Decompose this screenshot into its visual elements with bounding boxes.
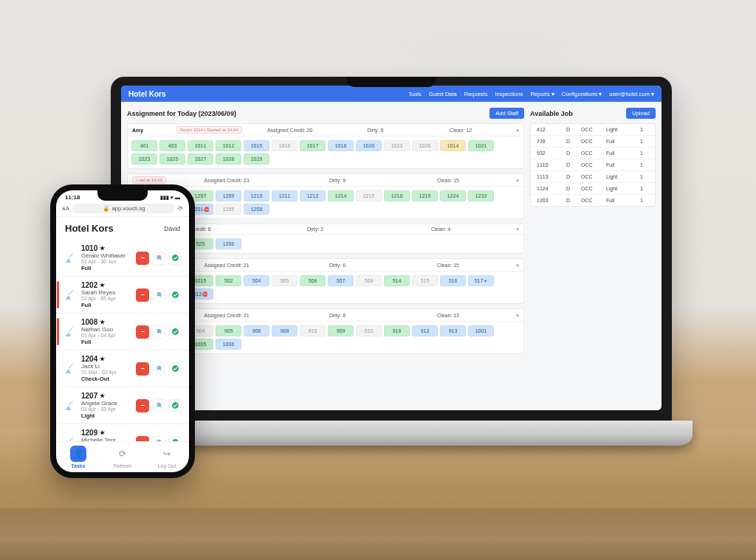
room-chip[interactable]: 1205 (216, 204, 241, 215)
mute-button[interactable] (152, 362, 165, 376)
room-chip[interactable]: 1212 (300, 190, 326, 201)
room-chip[interactable]: 504 (244, 275, 269, 286)
tab-logout[interactable]: ↪ Log Out (145, 442, 189, 472)
room-chip[interactable]: 1219 (412, 190, 438, 201)
room-chip[interactable]: 916 (384, 325, 410, 336)
task-row[interactable]: 1204★ Jack Li 31 Mar - 02 Apr Check-Out (56, 350, 189, 387)
room-chip[interactable]: 502 (216, 275, 241, 286)
room-chip[interactable]: 1027 (188, 153, 213, 165)
mute-button[interactable] (152, 288, 165, 302)
task-row[interactable]: 1209★ Michelle Tent 02 Apr - 03 Apr Touc… (56, 424, 189, 441)
available-job-row[interactable]: 1110 D OCC Full 1 (531, 159, 655, 171)
nav-item[interactable]: Requests (464, 91, 488, 97)
tab-refresh[interactable]: ⟳ Refresh (100, 442, 145, 472)
close-icon[interactable]: × (509, 178, 519, 183)
dnd-button[interactable] (136, 325, 149, 339)
close-icon[interactable]: × (509, 263, 519, 268)
room-chip[interactable]: 1016 (272, 140, 298, 151)
task-row[interactable]: 1207★ Angela Grace 02 Apr - 03 Apr Light (56, 387, 189, 424)
nav-item[interactable]: user@hotel.com ▾ (609, 91, 654, 97)
close-icon[interactable]: × (509, 227, 519, 232)
room-chip[interactable]: 517✦ (468, 275, 494, 286)
room-chip[interactable]: 909 (328, 325, 354, 336)
room-chip[interactable]: 401 (131, 140, 157, 151)
close-icon[interactable]: × (509, 313, 519, 318)
nav-item[interactable]: Configurations ▾ (562, 91, 602, 97)
done-button[interactable] (168, 436, 182, 442)
available-job-row[interactable]: 1203 D OCC Full 1 (531, 195, 655, 206)
dnd-button[interactable] (136, 288, 149, 302)
room-chip[interactable]: 912 (412, 325, 438, 336)
room-chip[interactable]: 1023 (131, 153, 157, 165)
mute-button[interactable] (152, 252, 165, 265)
nav-item[interactable]: Guest Data (429, 91, 457, 97)
room-chip[interactable]: 1021 (468, 140, 494, 151)
room-chip[interactable]: 1006 (216, 339, 241, 350)
current-user[interactable]: David (164, 225, 180, 232)
room-chip[interactable]: 1209 (216, 190, 241, 201)
room-chip[interactable]: 910 (300, 325, 326, 336)
room-chip[interactable]: 506 (300, 275, 326, 286)
nav-item[interactable]: Inspections (495, 91, 523, 97)
room-chip[interactable]: 1018 (328, 140, 354, 151)
task-row[interactable]: 1010★ Gerald Whittaker 01 Apr - 30 Jun F… (56, 240, 189, 277)
tab-tasks[interactable]: 👤 Tasks (56, 442, 100, 472)
room-chip[interactable]: 1012 (216, 140, 241, 151)
room-chip[interactable]: 514 (384, 275, 410, 286)
done-button[interactable] (168, 325, 182, 339)
nav-item[interactable]: Reports ▾ (530, 91, 554, 97)
room-chip[interactable]: 515 (412, 275, 438, 286)
done-button[interactable] (168, 288, 182, 302)
task-row[interactable]: 1008★ Nathan Guo 01 Apr - 04 Apr Full (56, 314, 189, 350)
room-chip[interactable]: 507 (328, 275, 354, 286)
room-chip[interactable]: 508 (356, 275, 382, 286)
nav-item[interactable]: Tools (408, 91, 422, 97)
room-chip[interactable]: 908 (272, 325, 298, 336)
room-chip[interactable]: 516 (440, 275, 466, 286)
mute-button[interactable] (152, 325, 165, 339)
room-chip[interactable]: 1023 (384, 140, 410, 151)
room-chip[interactable]: 913 (440, 325, 466, 336)
room-chip[interactable]: 1218 (384, 190, 410, 201)
url-field[interactable]: 🔒 app.vouch.sg (72, 204, 175, 213)
room-chip[interactable]: 906 (244, 325, 269, 336)
upload-button[interactable]: Upload (626, 108, 656, 119)
done-button[interactable] (168, 399, 182, 412)
room-chip[interactable]: 1028 (216, 153, 241, 165)
room-chip[interactable]: 1015 (244, 140, 269, 151)
dnd-button[interactable] (136, 362, 149, 376)
available-job-row[interactable]: 412 D OCC Light 1 (531, 124, 655, 136)
dnd-button[interactable] (136, 436, 149, 442)
close-icon[interactable]: × (509, 128, 519, 133)
room-chip[interactable]: 1210 (244, 190, 269, 201)
room-chip[interactable]: 1026 (412, 140, 438, 151)
add-staff-button[interactable]: Add Staff (489, 108, 524, 119)
room-chip[interactable]: 510 (356, 325, 382, 336)
text-size-icon[interactable]: ᴀA (62, 205, 69, 212)
available-job-row[interactable]: 932 D OCC Full 1 (531, 148, 655, 159)
done-button[interactable] (168, 252, 182, 265)
room-chip[interactable]: 1211 (272, 190, 298, 201)
room-chip[interactable]: 1011 (188, 140, 213, 151)
room-chip[interactable]: 1232 (468, 190, 494, 201)
mute-button[interactable] (152, 399, 165, 412)
done-button[interactable] (168, 362, 182, 376)
dnd-button[interactable] (136, 399, 149, 412)
room-chip[interactable]: 1001 (468, 325, 494, 336)
available-job-row[interactable]: 1124 D OCC Light 1 (531, 183, 655, 195)
room-chip[interactable]: 905 (216, 325, 241, 336)
room-chip[interactable]: 505 (272, 275, 298, 286)
room-chip[interactable]: 1014 (440, 140, 466, 151)
room-chip[interactable]: 1215 (356, 190, 382, 201)
room-chip[interactable]: 1214 (328, 190, 354, 201)
available-job-row[interactable]: 1113 D OCC Light 1 (531, 171, 655, 183)
room-chip[interactable]: 1206 (216, 238, 241, 249)
dnd-button[interactable] (136, 252, 149, 265)
task-list[interactable]: 1010★ Gerald Whittaker 01 Apr - 30 Jun F… (56, 240, 189, 441)
room-chip[interactable]: 1025 (159, 153, 185, 165)
room-chip[interactable]: 403 (159, 140, 185, 151)
room-chip[interactable]: 1224 (440, 190, 466, 201)
available-job-row[interactable]: 728 D OCC Full 1 (531, 136, 655, 148)
refresh-icon[interactable]: ⟳ (178, 205, 183, 212)
mute-button[interactable] (152, 436, 165, 442)
